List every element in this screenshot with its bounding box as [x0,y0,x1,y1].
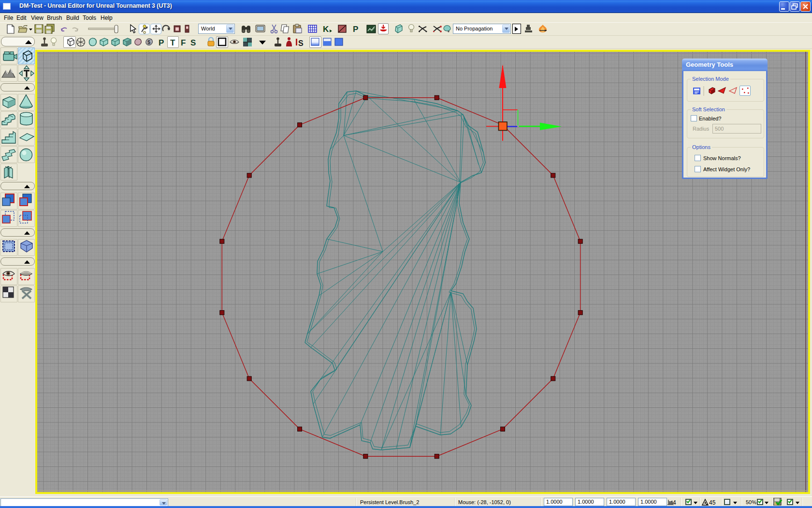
svg-text:T: T [170,38,175,47]
svg-text:S: S [190,38,196,47]
svg-text:P: P [159,38,164,47]
svg-text:F: F [181,38,186,47]
svg-text:$: $ [147,39,150,45]
svg-text:S: S [298,39,304,47]
